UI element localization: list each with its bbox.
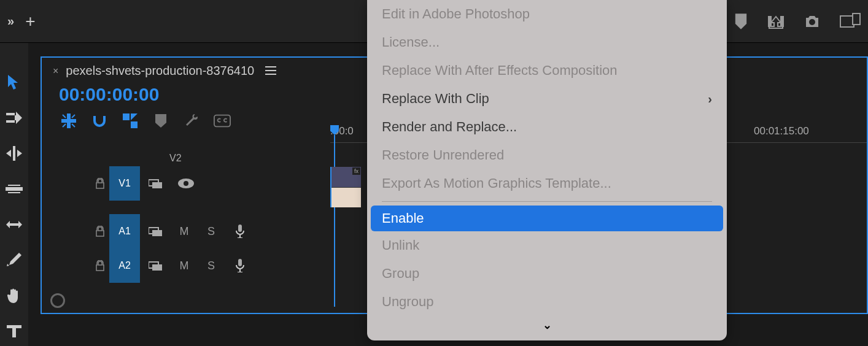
voice-over-icon[interactable] xyxy=(225,259,255,272)
solo-button[interactable]: S xyxy=(198,225,225,238)
track-sync-lock-icon[interactable] xyxy=(140,179,171,188)
menu-item-label: Render and Replace... xyxy=(382,119,517,135)
menu-item[interactable]: Replace With Clip› xyxy=(367,85,727,113)
menu-item-label: Export As Motion Graphics Template... xyxy=(382,175,611,191)
zoom-handle-icon[interactable] xyxy=(50,293,65,308)
captions-icon[interactable] xyxy=(214,112,231,129)
svg-rect-11 xyxy=(12,325,16,337)
menu-item-label: Replace With After Effects Composition xyxy=(382,63,618,79)
toggle-track-output-icon[interactable] xyxy=(171,179,201,188)
svg-rect-9 xyxy=(8,192,20,193)
panel-chevrons-icon[interactable]: » xyxy=(7,14,14,28)
menu-item: Restore Unrendered xyxy=(367,141,727,169)
menu-item: Replace With After Effects Composition xyxy=(367,56,727,85)
menu-item: Edit in Adobe Photoshop xyxy=(367,0,727,28)
add-marker-icon[interactable] xyxy=(152,112,169,129)
ripple-edit-tool-icon[interactable] xyxy=(6,145,23,162)
menu-item: Group xyxy=(367,260,727,288)
snap-icon[interactable] xyxy=(91,112,108,129)
svg-point-2 xyxy=(809,19,815,25)
lock-icon[interactable] xyxy=(91,178,109,189)
lock-icon[interactable] xyxy=(91,260,109,271)
menu-item[interactable]: Enable xyxy=(371,206,723,231)
track-label-v2[interactable]: V2 xyxy=(169,153,182,164)
razor-tool-icon[interactable] xyxy=(6,180,23,198)
marker-shield-icon[interactable] xyxy=(734,13,748,29)
fx-badge: fx xyxy=(352,167,360,175)
selection-tool-icon[interactable] xyxy=(6,74,23,91)
svg-rect-25 xyxy=(238,259,242,266)
filmstrip-icon[interactable] xyxy=(840,13,861,30)
sequence-name[interactable]: pexels-shvets-production-8376410 xyxy=(66,64,254,78)
svg-rect-4 xyxy=(841,17,853,26)
track-target-a2[interactable]: A2 xyxy=(109,248,140,283)
close-sequence-icon[interactable]: × xyxy=(53,66,58,77)
menu-item-label: Ungroup xyxy=(382,294,433,310)
menu-item-label: License... xyxy=(382,34,440,50)
menu-item-label: Group xyxy=(382,266,419,282)
menu-item: Export As Motion Graphics Template... xyxy=(367,169,727,198)
add-panel-icon[interactable]: + xyxy=(25,12,35,31)
svg-point-19 xyxy=(184,181,188,186)
lock-icon[interactable] xyxy=(91,226,109,237)
menu-item-label: Replace With Clip xyxy=(382,91,489,107)
type-tool-icon[interactable] xyxy=(6,323,23,340)
menu-item-label: Unlink xyxy=(382,237,419,253)
menu-item-label: Edit in Adobe Photoshop xyxy=(382,6,530,22)
svg-rect-7 xyxy=(6,187,23,191)
menu-item-label: Enable xyxy=(382,210,424,226)
track-sync-lock-icon[interactable] xyxy=(140,261,171,271)
sequence-menu-icon[interactable] xyxy=(265,64,276,78)
timeline-settings-icon[interactable] xyxy=(183,112,200,129)
svg-rect-1 xyxy=(780,16,784,27)
ruler-tick: 00:01:15:00 xyxy=(754,125,809,137)
menu-item[interactable]: Render and Replace... xyxy=(367,113,727,141)
insert-mode-icon[interactable] xyxy=(60,112,77,129)
submenu-arrow-icon: › xyxy=(708,92,712,106)
track-target-a1[interactable]: A1 xyxy=(109,214,140,248)
svg-rect-21 xyxy=(152,230,162,236)
track-sync-lock-icon[interactable] xyxy=(140,226,171,236)
svg-rect-14 xyxy=(265,74,276,75)
svg-rect-6 xyxy=(853,14,859,24)
svg-rect-24 xyxy=(152,264,162,271)
menu-scroll-down-icon[interactable]: ⌄ xyxy=(367,316,727,332)
svg-rect-12 xyxy=(265,66,276,67)
timeline-clip[interactable]: fx xyxy=(330,167,361,207)
track-target-v1[interactable]: V1 xyxy=(109,166,140,201)
linked-selection-icon[interactable] xyxy=(122,112,139,129)
svg-rect-22 xyxy=(238,225,242,232)
mute-button[interactable]: M xyxy=(171,260,198,272)
context-menu: Edit in Adobe PhotoshopLicense...Replace… xyxy=(367,0,727,340)
svg-rect-17 xyxy=(152,182,162,188)
track-select-tool-icon[interactable] xyxy=(6,109,23,126)
camera-icon[interactable] xyxy=(804,14,820,29)
hand-tool-icon[interactable] xyxy=(6,287,23,304)
solo-button[interactable]: S xyxy=(198,260,225,272)
menu-separator xyxy=(382,201,712,202)
slip-tool-icon[interactable] xyxy=(6,216,23,233)
svg-rect-15 xyxy=(214,115,230,127)
tool-palette xyxy=(0,43,28,346)
menu-item: Unlink xyxy=(367,231,727,260)
mute-button[interactable]: M xyxy=(171,225,198,238)
menu-item: Ungroup xyxy=(367,288,727,316)
export-frame-icon[interactable] xyxy=(767,14,785,29)
svg-rect-13 xyxy=(265,70,276,71)
voice-over-icon[interactable] xyxy=(225,225,255,238)
svg-rect-0 xyxy=(768,16,772,27)
menu-item-label: Restore Unrendered xyxy=(382,147,504,163)
menu-item: License... xyxy=(367,28,727,56)
pen-tool-icon[interactable] xyxy=(6,252,23,269)
svg-rect-8 xyxy=(8,185,20,186)
